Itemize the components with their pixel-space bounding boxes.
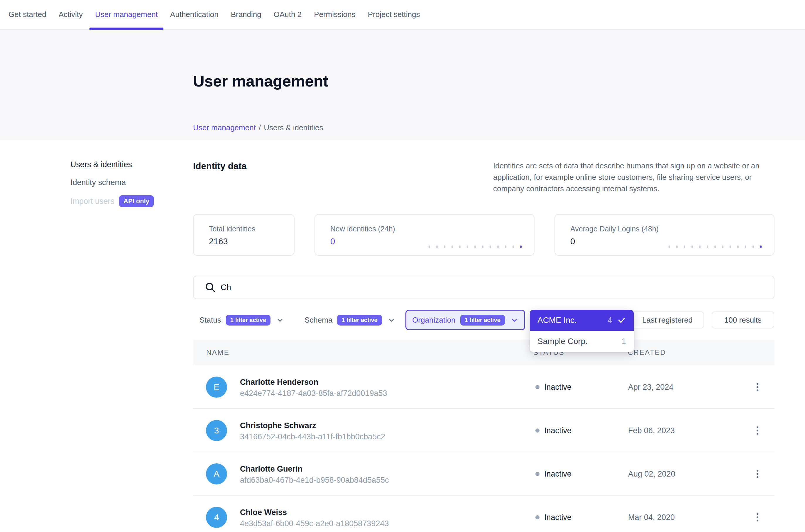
identity-name: Charlotte Guerin bbox=[240, 464, 302, 474]
identity-table: E Charlotte Henderson e424e774-4187-4a03… bbox=[193, 365, 774, 532]
row-actions-kebab-icon[interactable] bbox=[752, 496, 763, 532]
filter-schema[interactable]: Schema 1 filter active bbox=[304, 310, 395, 330]
status-label: Inactive bbox=[544, 383, 572, 392]
chevron-down-icon[interactable] bbox=[388, 316, 395, 324]
checkmark-icon bbox=[617, 316, 626, 325]
dropdown-option-acme[interactable]: ACME Inc. 4 bbox=[530, 310, 634, 331]
created-cell: Feb 06, 2023 bbox=[628, 409, 675, 452]
row-actions-kebab-icon[interactable] bbox=[752, 452, 763, 496]
chevron-down-icon[interactable] bbox=[276, 316, 284, 324]
status-label: Inactive bbox=[544, 470, 572, 479]
section-heading: Identity data bbox=[193, 161, 247, 172]
page-title: User management bbox=[193, 72, 328, 90]
table-header: NAME STATUS CREATED bbox=[193, 340, 774, 365]
stat-label: Average Daily Logins (48h) bbox=[570, 225, 774, 233]
identity-name: Chloe Weiss bbox=[240, 508, 287, 517]
identity-name: Christophe Schwarz bbox=[240, 421, 316, 430]
sidebar-item-import-users: Import users API only bbox=[70, 195, 188, 207]
stat-value: 0 bbox=[330, 237, 534, 246]
tab-authentication[interactable]: Authentication bbox=[165, 0, 224, 29]
page-size-label: 100 results bbox=[724, 316, 762, 325]
tab-get-started[interactable]: Get started bbox=[3, 0, 52, 29]
table-row[interactable]: 4 Chloe Weiss 4e3d53af-6b00-459c-a2e0-a1… bbox=[193, 496, 774, 532]
identity-id: afd63ba0-467b-4e1d-b958-90ab84d5a55c bbox=[240, 476, 389, 485]
top-nav: Get started Activity User management Aut… bbox=[0, 0, 805, 30]
table-row[interactable]: E Charlotte Henderson e424e774-4187-4a03… bbox=[193, 365, 774, 409]
avatar: A bbox=[206, 463, 227, 484]
column-header-name: NAME bbox=[206, 348, 229, 357]
identity-id: 4e3d53af-6b00-459c-a2e0-a18058739243 bbox=[240, 519, 389, 528]
sort-select[interactable]: Last registered bbox=[631, 311, 704, 328]
status-dot-icon bbox=[536, 515, 540, 519]
status-dot-icon bbox=[536, 429, 540, 433]
option-count: 4 bbox=[607, 316, 612, 325]
page-header: User management User management/Users & … bbox=[0, 30, 805, 140]
sidebar-item-identity-schema[interactable]: Identity schema bbox=[70, 177, 188, 187]
breadcrumb: User management/Users & identities bbox=[193, 123, 323, 132]
identity-id: e424e774-4187-4a03-85fa-af72d0019a53 bbox=[240, 389, 387, 398]
sparkline bbox=[662, 245, 762, 248]
sidebar-item-users-identities[interactable]: Users & identities bbox=[70, 159, 188, 170]
api-only-badge: API only bbox=[119, 195, 154, 207]
option-label: ACME Inc. bbox=[538, 316, 577, 325]
created-cell: Mar 04, 2020 bbox=[628, 496, 675, 532]
row-actions-kebab-icon[interactable] bbox=[752, 365, 763, 409]
stat-card-total-identities: Total identities 2163 bbox=[193, 214, 295, 256]
search-bar bbox=[193, 276, 774, 299]
row-actions-kebab-icon[interactable] bbox=[752, 409, 763, 452]
status-cell: Inactive bbox=[536, 365, 572, 409]
status-dot-icon bbox=[536, 385, 540, 389]
sparkline bbox=[423, 245, 522, 248]
tab-project-settings[interactable]: Project settings bbox=[362, 0, 426, 29]
avatar: 4 bbox=[206, 507, 227, 528]
section-description: Identities are sets of data that describ… bbox=[493, 160, 775, 194]
status-label: Inactive bbox=[544, 513, 572, 522]
sidebar: Users & identities Identity schema Impor… bbox=[70, 159, 188, 215]
content-area: Users & identities Identity schema Impor… bbox=[0, 140, 805, 532]
breadcrumb-link-user-management[interactable]: User management bbox=[193, 123, 256, 132]
breadcrumb-separator: / bbox=[259, 123, 261, 132]
filter-label: Status bbox=[200, 316, 221, 325]
status-cell: Inactive bbox=[536, 452, 572, 496]
filter-label: Organization bbox=[412, 316, 455, 325]
stat-label: Total identities bbox=[209, 225, 294, 233]
identity-id: 34166752-04cb-443b-a11f-fb1bb0cba5c2 bbox=[240, 432, 385, 441]
stat-label: New identities (24h) bbox=[330, 225, 534, 233]
breadcrumb-current: Users & identities bbox=[264, 123, 323, 132]
stats-cards: Total identities 2163 New identities (24… bbox=[193, 214, 774, 256]
option-count: 1 bbox=[622, 337, 626, 346]
stat-value: 2163 bbox=[209, 237, 294, 246]
filter-organization[interactable]: Organization 1 filter active bbox=[406, 310, 525, 330]
option-label: Sample Corp. bbox=[538, 337, 587, 346]
created-cell: Apr 23, 2024 bbox=[628, 365, 674, 409]
filter-active-badge: 1 filter active bbox=[337, 315, 382, 325]
search-input[interactable] bbox=[221, 283, 774, 292]
sidebar-item-label: Identity schema bbox=[70, 177, 126, 187]
organization-dropdown: ACME Inc. 4 Sample Corp. 1 bbox=[530, 310, 634, 352]
created-cell: Aug 02, 2020 bbox=[628, 452, 675, 496]
status-label: Inactive bbox=[544, 426, 572, 435]
sidebar-item-label: Import users bbox=[70, 196, 114, 206]
chevron-down-icon[interactable] bbox=[510, 316, 518, 324]
stat-value: 0 bbox=[570, 237, 774, 246]
table-row[interactable]: A Charlotte Guerin afd63ba0-467b-4e1d-b9… bbox=[193, 452, 774, 496]
dropdown-option-sample-corp[interactable]: Sample Corp. 1 bbox=[530, 331, 634, 352]
stat-card-new-identities: New identities (24h) 0 bbox=[315, 214, 535, 256]
status-cell: Inactive bbox=[536, 409, 572, 452]
filter-status[interactable]: Status 1 filter active bbox=[200, 310, 284, 330]
tab-activity[interactable]: Activity bbox=[53, 0, 88, 29]
sort-select-label: Last registered bbox=[642, 316, 693, 325]
avatar: E bbox=[206, 377, 227, 398]
filter-label: Schema bbox=[304, 316, 332, 325]
tab-branding[interactable]: Branding bbox=[225, 0, 267, 29]
tab-permissions[interactable]: Permissions bbox=[308, 0, 361, 29]
sidebar-item-label: Users & identities bbox=[70, 159, 132, 170]
page-size-select[interactable]: 100 results bbox=[712, 311, 774, 328]
tab-user-management[interactable]: User management bbox=[90, 0, 163, 29]
status-dot-icon bbox=[536, 472, 540, 476]
table-row[interactable]: 3 Christophe Schwarz 34166752-04cb-443b-… bbox=[193, 409, 774, 452]
column-header-created: CREATED bbox=[628, 348, 666, 357]
avatar: 3 bbox=[206, 420, 227, 441]
tab-oauth2[interactable]: OAuth 2 bbox=[268, 0, 307, 29]
magnifier-icon bbox=[205, 282, 216, 293]
